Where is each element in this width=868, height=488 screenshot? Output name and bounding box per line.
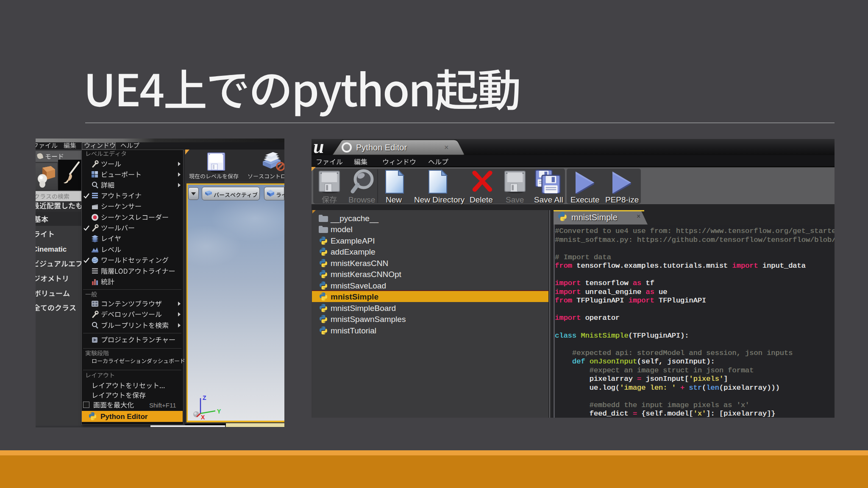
svg-text:Z: Z: [203, 394, 206, 401]
svg-text:Y: Y: [217, 408, 221, 415]
svg-text:X: X: [201, 414, 205, 421]
